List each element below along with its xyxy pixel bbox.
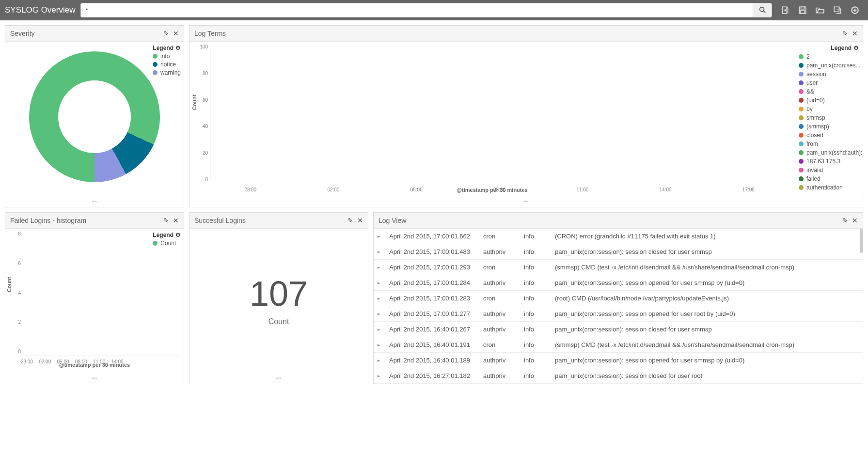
legend-item[interactable]: (uid=0) xyxy=(799,97,859,104)
expand-row-icon[interactable]: ▸ xyxy=(378,373,382,378)
legend-item[interactable]: 187.63.175.3 xyxy=(799,158,859,165)
folder-open-icon[interactable] xyxy=(816,6,824,15)
col-message: (CRON) error (grandchild #11175 failed w… xyxy=(555,233,857,240)
legend-item[interactable]: invalid xyxy=(799,167,859,173)
legend-item[interactable]: failed xyxy=(799,175,859,182)
panel-successful-logins: Succesful Logins ✎ ✕ 107 Count ︿ xyxy=(189,212,368,384)
close-icon[interactable]: ✕ xyxy=(173,217,179,224)
failed-legend: Legend ⚙ Count xyxy=(153,232,181,247)
legend-item[interactable]: closed xyxy=(799,132,859,139)
col-severity: info xyxy=(524,372,548,379)
gear-icon[interactable]: ⚙ xyxy=(175,232,181,238)
share-icon[interactable] xyxy=(833,6,842,15)
legend-item[interactable]: 2 xyxy=(799,53,859,60)
legend-item[interactable]: warning xyxy=(153,69,181,76)
col-source: authpriv xyxy=(483,357,517,364)
legend-item[interactable]: authentication xyxy=(799,184,859,191)
legend-label: user xyxy=(806,79,818,86)
expand-row-icon[interactable]: ▸ xyxy=(378,327,382,332)
expand-up-icon[interactable]: ︿ xyxy=(189,194,863,207)
legend-title[interactable]: Legend ⚙ xyxy=(153,232,181,238)
close-icon[interactable]: ✕ xyxy=(852,217,858,224)
expand-row-icon[interactable]: ▸ xyxy=(378,342,382,347)
expand-row-icon[interactable]: ▸ xyxy=(378,358,382,363)
table-row[interactable]: ▸April 2nd 2015, 17:00:01.483authprivinf… xyxy=(374,244,863,260)
legend-title[interactable]: Legend ⚙ xyxy=(799,45,859,51)
search-input[interactable] xyxy=(80,3,753,17)
bars-area xyxy=(210,47,790,179)
log-table[interactable]: ▸April 2nd 2015, 17:00:01.662croninfo(CR… xyxy=(374,229,863,384)
table-row[interactable]: ▸April 2nd 2015, 16:40:01.191croninfo(sm… xyxy=(374,337,863,353)
expand-row-icon[interactable]: ▸ xyxy=(378,311,382,316)
col-timestamp: April 2nd 2015, 16:40:01.189 xyxy=(389,357,476,364)
expand-row-icon[interactable]: ▸ xyxy=(378,296,382,301)
table-row[interactable]: ▸April 2nd 2015, 16:27:01.182authprivinf… xyxy=(374,368,863,384)
legend-item[interactable]: user xyxy=(799,79,859,86)
table-row[interactable]: ▸April 2nd 2015, 16:40:01.267authprivinf… xyxy=(374,322,863,337)
new-doc-icon[interactable] xyxy=(781,6,789,15)
legend-swatch xyxy=(799,176,804,181)
donut-chart[interactable] xyxy=(29,51,160,182)
gear-icon[interactable]: ⚙ xyxy=(175,45,181,51)
panel-title: Severity xyxy=(10,30,159,37)
table-row[interactable]: ▸April 2nd 2015, 17:00:01.277authprivinf… xyxy=(374,306,863,322)
legend-item[interactable]: notice xyxy=(153,61,181,68)
legend-item[interactable]: (smmsp) xyxy=(799,123,859,130)
save-icon[interactable] xyxy=(798,6,807,15)
close-icon[interactable]: ✕ xyxy=(173,30,179,37)
legend-label: pam_unix(sshd:auth): xyxy=(806,149,862,156)
legend-item[interactable]: by xyxy=(799,106,859,112)
table-row[interactable]: ▸April 2nd 2015, 17:00:01.284authprivinf… xyxy=(374,275,863,291)
gear-icon[interactable]: ⚙ xyxy=(853,45,859,51)
edit-icon[interactable]: ✎ xyxy=(163,217,169,224)
legend-swatch xyxy=(153,54,158,59)
legend-title[interactable]: Legend ⚙ xyxy=(153,45,181,51)
svg-line-1 xyxy=(764,11,766,13)
expand-row-icon[interactable]: ▸ xyxy=(378,280,382,285)
search-button[interactable] xyxy=(753,3,772,17)
col-timestamp: April 2nd 2015, 17:00:01.293 xyxy=(389,264,476,271)
close-icon[interactable]: ✕ xyxy=(357,217,363,224)
legend-swatch xyxy=(799,54,804,59)
legend-item[interactable]: && xyxy=(799,88,859,95)
expand-up-icon[interactable]: ︿ xyxy=(5,194,184,207)
legend-label: smmsp xyxy=(806,114,825,121)
failed-chart[interactable]: Count 02468 23:0002:0005:0008:0011:0014:… xyxy=(5,229,184,371)
expand-up-icon[interactable]: ︿ xyxy=(5,371,184,384)
legend-label: by xyxy=(806,106,813,112)
expand-row-icon[interactable]: ▸ xyxy=(378,265,382,270)
table-row[interactable]: ▸April 2nd 2015, 16:40:01.189authprivinf… xyxy=(374,353,863,368)
legend-swatch xyxy=(799,185,804,190)
logterms-chart[interactable]: Count 020406080100 23:0002:0005:0008:001… xyxy=(189,42,795,194)
table-row[interactable]: ▸April 2nd 2015, 17:00:01.293croninfo(sm… xyxy=(374,260,863,275)
expand-row-icon[interactable]: ▸ xyxy=(378,234,382,239)
legend-item[interactable]: info xyxy=(153,53,181,60)
table-row[interactable]: ▸April 2nd 2015, 17:00:01.662croninfo(CR… xyxy=(374,229,863,244)
legend-swatch xyxy=(153,70,158,75)
legend-swatch xyxy=(799,98,804,103)
legend-item[interactable]: session xyxy=(799,71,859,78)
legend-swatch xyxy=(799,80,804,85)
metric-value: 107 xyxy=(250,274,308,314)
edit-icon[interactable]: ✎ xyxy=(842,30,848,37)
legend-item[interactable]: pam_unix(cron:ses... xyxy=(799,62,859,69)
table-row[interactable]: ▸April 2nd 2015, 17:00:01.283croninfo(ro… xyxy=(374,291,863,306)
legend-item[interactable]: smmsp xyxy=(799,114,859,121)
legend-label: Count xyxy=(160,240,176,247)
legend-item[interactable]: Count xyxy=(153,240,181,247)
expand-row-icon[interactable]: ▸ xyxy=(378,249,382,254)
logterms-legend: Legend ⚙ 2pam_unix(cron:ses...sessionuse… xyxy=(795,42,863,194)
edit-icon[interactable]: ✎ xyxy=(347,217,353,224)
edit-icon[interactable]: ✎ xyxy=(163,30,169,37)
bars-area xyxy=(24,234,179,356)
expand-up-icon[interactable]: ︿ xyxy=(189,371,368,384)
legend-label: notice xyxy=(160,61,176,68)
legend-item[interactable]: from xyxy=(799,141,859,147)
close-icon[interactable]: ✕ xyxy=(852,30,858,37)
legend-label: (uid=0) xyxy=(806,97,825,104)
x-axis-label: @timestamp per 30 minutes xyxy=(189,187,795,193)
add-icon[interactable] xyxy=(851,6,859,15)
scrollbar[interactable] xyxy=(860,229,863,253)
legend-item[interactable]: pam_unix(sshd:auth): xyxy=(799,149,859,156)
edit-icon[interactable]: ✎ xyxy=(842,217,848,224)
